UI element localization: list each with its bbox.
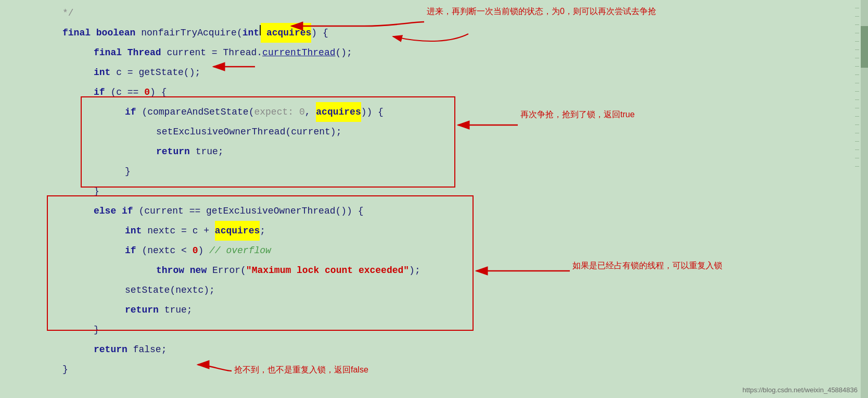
compare-method: (compareAndSetState( [142, 102, 254, 122]
code-area: */ final boolean nonfairTryAcquire ( int… [0, 0, 868, 398]
paren-nextc: ) [198, 241, 203, 260]
scroll-indicator [855, 16, 859, 17]
scrollbar-indicators [855, 0, 860, 398]
method-name: nonfairTryAcquire [141, 23, 237, 43]
scroll-indicator [855, 33, 859, 33]
true-1: true; [196, 142, 224, 161]
param-acquires-2: acquires [316, 102, 361, 122]
type-thread: Thread [127, 43, 167, 63]
comment-overflow: // overflow [203, 241, 271, 260]
annotation-lower-right: 如果是已经占有锁的线程，可以重复入锁 [572, 260, 722, 271]
scroll-indicator [855, 166, 859, 167]
paren-close: ) { [311, 23, 328, 43]
condition-else: (current == getExclusiveOwnerThread()) { [138, 201, 363, 221]
paren-thread: (); [336, 43, 352, 63]
var-c: c = getState(); [116, 63, 200, 82]
scroll-indicator [855, 150, 859, 150]
scroll-indicator [855, 133, 859, 133]
scroll-indicator [855, 91, 859, 92]
scroll-indicator [855, 125, 859, 125]
annotation-mid-right: 再次争抢，抢到了锁，返回true [520, 109, 635, 120]
scroll-indicator [855, 8, 859, 8]
paren-open: ( [237, 23, 242, 43]
scroll-indicator [855, 49, 859, 50]
condition-nextc: (nextc < [142, 241, 192, 260]
zero-red-2: 0 [193, 241, 198, 260]
close-brace-main: } [62, 359, 68, 379]
keyword-if4: if [125, 241, 142, 260]
keyword-return1: return [156, 142, 196, 161]
keyword-else: else [94, 201, 122, 221]
error-class: Error( [212, 260, 246, 280]
scroll-indicator [855, 141, 859, 142]
method-current-thread: currentThread [262, 43, 335, 63]
zero-1: 0 [144, 82, 150, 102]
keyword-int2: int [94, 63, 116, 82]
param-acquires-1: acquires [261, 23, 311, 43]
keyword-boolean: boolean [96, 23, 141, 43]
close-brace-3: } [94, 320, 99, 340]
condition-c: (c == [110, 82, 144, 102]
keyword-return2: return [125, 300, 164, 320]
scroll-indicator [855, 24, 859, 25]
semi-1: ; [260, 221, 265, 241]
scroll-indicator [855, 83, 859, 83]
scroll-indicator [855, 158, 859, 158]
keyword-int3: int [125, 221, 147, 241]
expect-label: expect: [254, 102, 293, 122]
keyword-throw: throw [156, 260, 190, 280]
close-brace-1: } [125, 161, 131, 181]
set-state: setState(nextc); [125, 280, 215, 300]
comment-line: */ [31, 3, 74, 23]
annotation-bottom-center: 抢不到，也不是重复入锁，返回false [234, 365, 368, 376]
keyword-new: new [190, 260, 212, 280]
scroll-indicator [855, 74, 859, 75]
false-val: false; [133, 340, 167, 359]
annotation-top-right: 进来，再判断一次当前锁的状态，为0，则可以再次尝试去争抢 [427, 6, 656, 17]
paren-cas: )) { [361, 102, 384, 122]
paren-error: ); [409, 260, 420, 280]
keyword-final2: final [94, 43, 127, 63]
keyword-if2: if [125, 102, 142, 122]
scroll-indicator [855, 66, 859, 67]
param-acquires-3: acquires [215, 221, 260, 241]
watermark: https://blog.csdn.net/weixin_45884836 [743, 386, 858, 394]
comma: , [305, 102, 316, 122]
brace-1: ) { [150, 82, 167, 102]
scrollbar-thumb[interactable] [861, 26, 868, 68]
keyword-return3: return [94, 340, 133, 359]
keyword-if3: if [122, 201, 138, 221]
scroll-indicator [855, 100, 859, 100]
var-nextc: nextc = c + [147, 221, 215, 241]
scroll-indicator [855, 41, 859, 42]
scroll-indicator [855, 58, 859, 58]
scroll-indicator [855, 108, 859, 108]
keyword-final: final [62, 23, 96, 43]
scrollbar[interactable] [861, 0, 868, 398]
true-2: true; [164, 300, 193, 320]
scroll-indicator [855, 116, 859, 117]
var-current: current = Thread. [167, 43, 262, 63]
keyword-int: int [242, 23, 259, 43]
string-error: "Maximum lock count exceeded" [246, 260, 409, 280]
keyword-if1: if [94, 82, 110, 102]
set-exclusive: setExclusiveOwnerThread(current); [156, 122, 341, 142]
zero-gray: 0 [293, 102, 305, 122]
close-brace-2: } [94, 181, 99, 201]
